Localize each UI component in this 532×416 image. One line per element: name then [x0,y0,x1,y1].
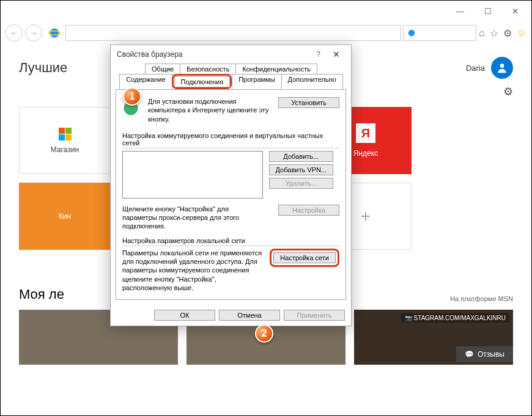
dialog-help-button[interactable]: ? [309,50,328,59]
instagram-tag: 📷 STAGRAM.COM/MAXGALKINRU [401,313,509,323]
annotation-marker-1: 1 [123,87,141,106]
setup-text: Для установки подключения компьютера к И… [148,97,273,123]
cancel-button[interactable]: Отмена [219,310,280,321]
ie-logo-icon [48,27,61,39]
tab-general[interactable]: Общие [145,64,180,75]
apply-button[interactable]: Применить [284,310,345,321]
msn-attribution: На платформе MSN [450,295,513,302]
ok-button[interactable]: ОК [154,310,215,321]
window-minimize-button[interactable]: — [446,2,474,20]
lan-settings-button[interactable]: Настройка сети [273,252,336,263]
svg-point-0 [50,29,59,38]
lan-text: Параметры локальной сети не применяются … [122,249,265,292]
highlight-connections-tab: Подключения [172,74,232,89]
tools-gear-icon[interactable]: ⚙ [503,27,512,39]
page-settings-gear-icon[interactable]: ⚙ [503,85,513,98]
dialog-tabs: Общие Безопасность Конфиденциальность Со… [111,64,351,89]
add-vpn-button[interactable]: Добавить VPN... [269,164,333,175]
ie-tab-icon [407,29,416,37]
smiley-icon[interactable]: ☺ [517,27,526,39]
feed-title: Моя ле [19,286,64,302]
browser-tab[interactable] [403,25,476,41]
annotation-marker-2: 2 [255,324,273,343]
lan-group-label: Настройка параметров локальной сети [122,237,339,246]
settings-button[interactable]: Настройка [278,205,339,216]
window-titlebar: — ☐ ✕ [1,1,531,21]
tab-advanced[interactable]: Дополнительно [281,74,343,90]
add-button[interactable]: Добавить... [269,151,333,162]
home-icon[interactable]: ⌂ [479,27,485,39]
delete-button[interactable]: Удалить... [269,178,333,189]
browser-toolbar: ← → ⌂ ☆ ⚙ ☺ [1,21,531,45]
tile-label: Яндекс [353,149,378,158]
yandex-logo-icon: Я [356,123,375,143]
dialog-close-button[interactable]: ✕ [328,49,345,59]
tile-label: Магазин [51,145,79,154]
avatar[interactable] [491,57,513,79]
tab-content[interactable]: Содержание [119,74,172,90]
page-title: Лучшие [19,60,67,76]
svg-point-2 [408,30,415,37]
tab-programs[interactable]: Программы [232,74,281,90]
dialup-group-label: Настройка коммутируемого соединения и ви… [122,132,339,148]
user-name: Daria [466,64,485,73]
speech-bubble-icon: 💬 [465,350,474,359]
highlight-lan-settings-button: Настройка сети [270,249,339,267]
feedback-button[interactable]: 💬 Отзывы [456,346,513,362]
feedback-label: Отзывы [478,350,504,359]
tab-privacy[interactable]: Конфиденциальность [235,64,317,75]
window-maximize-button[interactable]: ☐ [474,2,501,20]
person-icon [496,62,508,74]
plus-icon: + [361,206,371,226]
forward-button[interactable]: → [25,24,42,42]
dialog-footer: ОК Отмена Применить [111,305,351,326]
svg-point-3 [500,64,504,68]
tile-kino[interactable]: Кин [19,183,111,250]
connections-listbox[interactable] [122,151,263,199]
setup-button[interactable]: Установить [278,97,339,108]
dialog-title: Свойства браузера [117,50,183,59]
microsoft-logo-icon [59,128,72,140]
tab-security[interactable]: Безопасность [180,64,236,75]
back-button[interactable]: ← [6,24,23,42]
tile-store[interactable]: Магазин [19,107,111,174]
tab-connections[interactable]: Подключения [174,76,231,87]
window-close-button[interactable]: ✕ [501,2,529,20]
internet-options-dialog: Свойства браузера ? ✕ Общие Безопасность… [110,45,352,326]
tile-label: Кин [59,212,71,221]
address-bar[interactable] [65,25,401,41]
dialog-body: Для установки подключения компьютера к И… [116,89,346,300]
proxy-text: Щелкните кнопку "Настройка" для параметр… [122,205,263,231]
dialog-titlebar: Свойства браузера ? ✕ [111,45,351,64]
favorites-icon[interactable]: ☆ [490,27,498,39]
